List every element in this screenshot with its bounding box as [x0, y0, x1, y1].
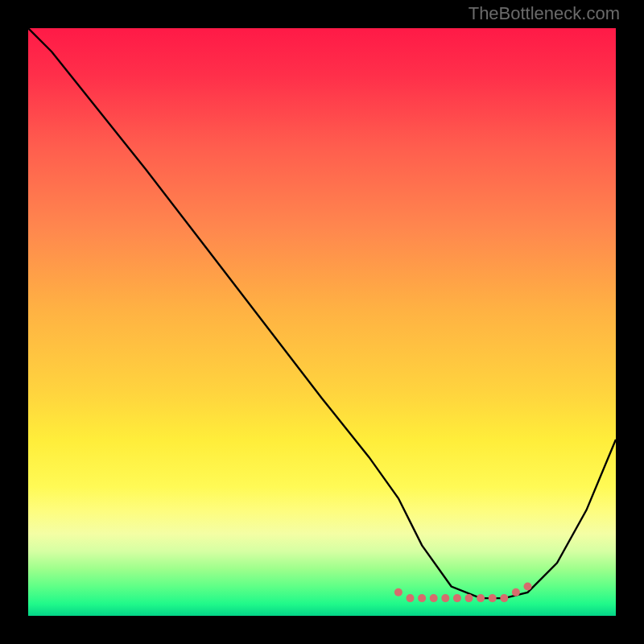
flat-bottom-marker — [430, 594, 438, 602]
flat-bottom-marker — [418, 594, 426, 602]
flat-bottom-marker — [524, 583, 532, 591]
flat-bottom-marker — [453, 594, 461, 602]
flat-bottom-marker — [512, 588, 520, 597]
flat-bottom-marker — [500, 594, 508, 602]
flat-bottom-marker — [489, 594, 497, 602]
bottleneck-curve — [28, 28, 616, 616]
flat-bottom-marker — [465, 594, 473, 602]
flat-bottom-marker — [394, 588, 402, 597]
plot-area — [28, 28, 616, 616]
flat-bottom-marker — [407, 594, 415, 602]
flat-bottom-marker — [441, 594, 449, 602]
flat-bottom-marker — [477, 594, 485, 602]
chart-container: TheBottleneck.com — [0, 0, 644, 644]
watermark: TheBottleneck.com — [469, 3, 620, 24]
